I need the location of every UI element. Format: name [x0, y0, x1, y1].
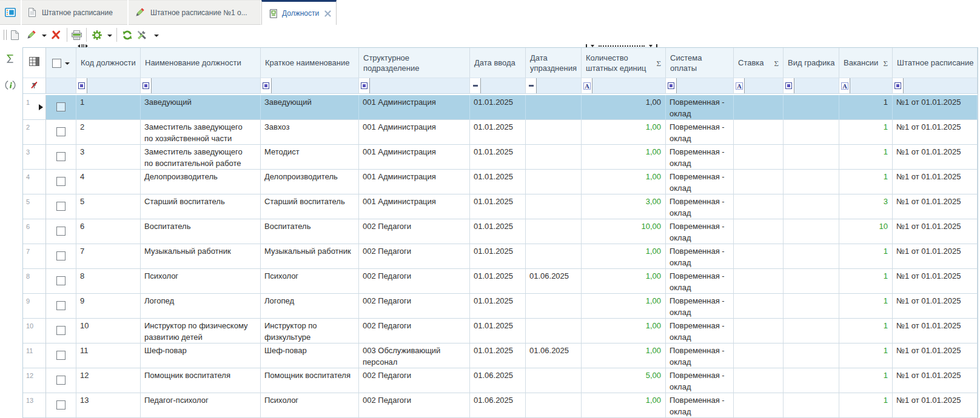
svg-text:A: A	[737, 82, 742, 89]
svg-text:A: A	[842, 82, 847, 89]
svg-text:A: A	[585, 82, 589, 89]
